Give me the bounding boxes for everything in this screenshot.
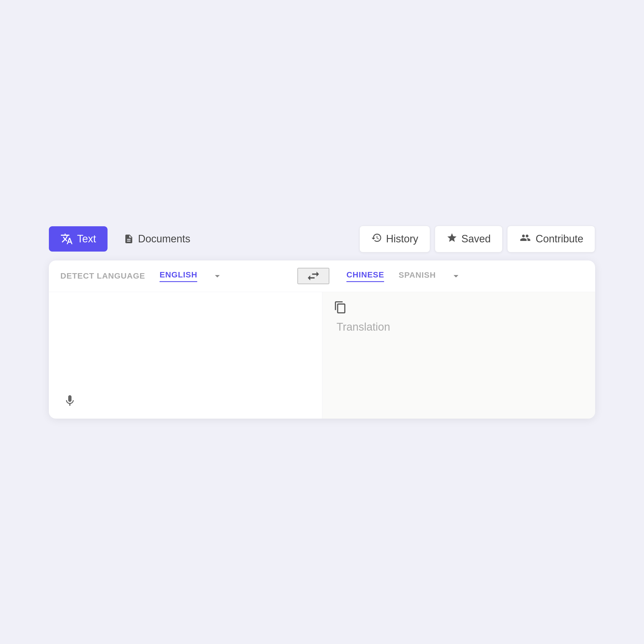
translate-icon — [60, 233, 73, 245]
target-language-dropdown[interactable] — [450, 270, 462, 282]
spanish-language-option[interactable]: SPANISH — [398, 271, 436, 281]
target-language-selector: CHINESE SPANISH — [329, 270, 584, 282]
text-tab-button[interactable]: Text — [49, 226, 108, 252]
history-button[interactable]: History — [359, 226, 430, 252]
text-tab-label: Text — [77, 233, 96, 245]
chinese-language-option[interactable]: CHINESE — [346, 270, 384, 282]
toolbar: Text Documents — [49, 226, 595, 252]
history-label: History — [386, 233, 418, 245]
saved-label: Saved — [461, 233, 491, 245]
source-text-area — [49, 292, 322, 419]
history-icon — [371, 232, 382, 246]
translation-content-area: Translation — [49, 292, 595, 419]
swap-languages-button[interactable] — [298, 268, 329, 284]
source-language-dropdown[interactable] — [212, 270, 223, 282]
people-icon — [519, 232, 532, 246]
source-text-input[interactable] — [63, 304, 308, 407]
contribute-label: Contribute — [536, 233, 583, 245]
contribute-button[interactable]: Contribute — [507, 226, 595, 252]
star-icon — [446, 232, 457, 246]
microphone-button[interactable] — [63, 394, 76, 408]
toolbar-right: History Saved — [359, 226, 595, 252]
app-container: Text Documents — [49, 226, 595, 419]
detect-language-option[interactable]: DETECT LANGUAGE — [60, 271, 145, 281]
language-selector-row: DETECT LANGUAGE ENGLISH CH — [49, 260, 595, 292]
translation-output-text: Translation — [337, 321, 581, 333]
english-language-option[interactable]: ENGLISH — [160, 270, 197, 282]
saved-button[interactable]: Saved — [435, 226, 503, 252]
translation-card: DETECT LANGUAGE ENGLISH CH — [49, 260, 595, 419]
translation-output-area: Translation — [322, 292, 595, 419]
toolbar-left: Text Documents — [49, 226, 202, 252]
document-icon — [124, 233, 134, 245]
copy-translation-button[interactable] — [334, 301, 347, 315]
source-language-selector: DETECT LANGUAGE ENGLISH — [60, 270, 298, 282]
documents-tab-button[interactable]: Documents — [112, 226, 202, 252]
app-background: Text Documents — [0, 0, 644, 644]
documents-tab-label: Documents — [138, 233, 190, 245]
